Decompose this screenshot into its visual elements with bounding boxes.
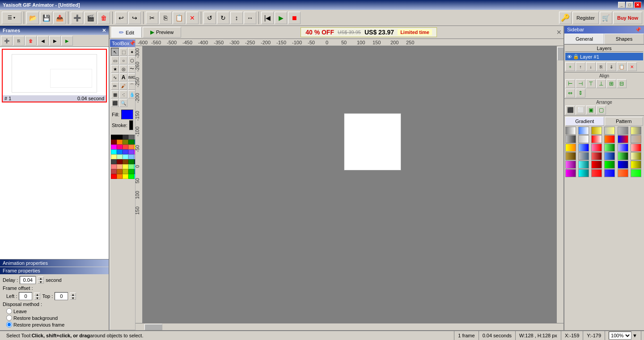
palette-cell[interactable] bbox=[128, 135, 134, 140]
tab-general[interactable]: General bbox=[564, 34, 604, 44]
palette-cell[interactable] bbox=[134, 169, 135, 174]
palette-cell[interactable] bbox=[128, 149, 134, 154]
play-button[interactable]: ▶ bbox=[275, 12, 287, 24]
palette-cell[interactable] bbox=[111, 159, 117, 164]
frame-props-header[interactable]: Frame properties bbox=[0, 267, 109, 274]
layer-copy-btn[interactable]: ⎘ bbox=[596, 62, 606, 71]
palette-cell[interactable] bbox=[134, 140, 135, 144]
buy-button[interactable]: Buy Now bbox=[613, 12, 642, 24]
layer-up-btn[interactable]: ↑ bbox=[576, 62, 585, 71]
send-back-btn[interactable]: ▢ bbox=[596, 106, 606, 115]
frame-wizard-button[interactable]: 🎬 bbox=[84, 12, 97, 24]
select-tool-btn[interactable]: ↖ bbox=[111, 48, 119, 56]
star-tool-btn[interactable]: ★ bbox=[111, 65, 119, 73]
move-frame-up-btn[interactable]: ◀ bbox=[37, 36, 49, 46]
bring-front-btn[interactable]: ⬛ bbox=[565, 106, 575, 115]
palette-cell[interactable] bbox=[128, 154, 134, 159]
drawing-canvas[interactable] bbox=[143, 46, 556, 323]
zoom-dropdown-icon[interactable]: ▼ bbox=[632, 333, 637, 338]
lasso-tool-btn[interactable]: ⬚ bbox=[119, 48, 127, 56]
gradient-cell[interactable] bbox=[565, 169, 576, 177]
layer-down-btn[interactable]: ↓ bbox=[586, 62, 596, 71]
palette-cell[interactable] bbox=[117, 169, 123, 174]
frame-item[interactable]: # 1 0.04 second bbox=[2, 49, 107, 102]
palette-cell[interactable] bbox=[134, 149, 135, 154]
distribute-h-btn[interactable]: ⇔ bbox=[565, 89, 575, 98]
gradient-cell[interactable] bbox=[631, 127, 641, 135]
freehand-tool-btn[interactable]: 〜 bbox=[128, 65, 136, 73]
open-button[interactable]: 📂 bbox=[26, 12, 39, 24]
layer-add-btn[interactable]: + bbox=[565, 62, 575, 71]
delay-input[interactable] bbox=[20, 276, 36, 284]
palette-cell[interactable] bbox=[123, 135, 128, 140]
gradient-cell[interactable] bbox=[591, 144, 602, 152]
edit-tab[interactable]: ✏ Edit bbox=[111, 27, 142, 38]
disposal-restore-prev-radio[interactable] bbox=[6, 322, 12, 327]
gradient-cell[interactable] bbox=[631, 161, 641, 169]
frame-start-button[interactable]: |◀ bbox=[261, 12, 274, 24]
palette-cell[interactable] bbox=[134, 159, 135, 164]
palette-cell[interactable] bbox=[123, 174, 128, 179]
new-dropdown[interactable]: ☰▼ bbox=[2, 12, 21, 24]
palette-cell[interactable] bbox=[128, 144, 134, 149]
gradient-cell[interactable] bbox=[578, 135, 589, 143]
gradient-cell[interactable] bbox=[604, 144, 615, 152]
toolbox-pin-icon[interactable]: 📌 bbox=[129, 40, 136, 46]
text-tool-btn[interactable]: A bbox=[119, 73, 127, 81]
send-backward-btn[interactable]: ▣ bbox=[586, 106, 596, 115]
minimize-button[interactable]: _ bbox=[618, 2, 625, 8]
gradient-cell[interactable] bbox=[604, 161, 615, 169]
gradient-cell[interactable] bbox=[591, 135, 602, 143]
gradient-cell[interactable] bbox=[565, 152, 576, 160]
maximize-button[interactable]: □ bbox=[626, 2, 633, 8]
gradient-cell[interactable] bbox=[591, 127, 602, 135]
palette-cell[interactable] bbox=[111, 154, 117, 159]
gradient-cell[interactable] bbox=[565, 135, 576, 143]
delay-down[interactable]: ▼ bbox=[38, 280, 44, 284]
left-up[interactable]: ▲ bbox=[34, 293, 40, 296]
palette-cell[interactable] bbox=[117, 149, 123, 154]
gradient-cell[interactable] bbox=[578, 144, 589, 152]
delete-frame-button[interactable]: 🗑 bbox=[97, 12, 110, 24]
gradient-cell[interactable] bbox=[604, 127, 615, 135]
move-frame-down-btn[interactable]: ▶ bbox=[49, 36, 61, 46]
palette-cell[interactable] bbox=[111, 140, 117, 144]
palette-cell[interactable] bbox=[117, 174, 123, 179]
palette-cell[interactable] bbox=[128, 140, 134, 144]
gradient-cell[interactable] bbox=[591, 169, 602, 177]
palette-cell[interactable] bbox=[117, 154, 123, 159]
palette-cell[interactable] bbox=[111, 169, 117, 174]
palette-cell[interactable] bbox=[128, 169, 134, 174]
stroke-color-swatch[interactable] bbox=[129, 120, 133, 130]
fill-color-swatch[interactable] bbox=[121, 110, 133, 119]
gradient-cell[interactable] bbox=[604, 135, 615, 143]
frames-close-icon[interactable]: ✕ bbox=[102, 28, 106, 34]
gradient-cell[interactable] bbox=[618, 135, 628, 143]
spray-tool-btn[interactable]: ·: bbox=[119, 90, 127, 98]
palette-cell[interactable] bbox=[111, 164, 117, 169]
palette-cell[interactable] bbox=[123, 159, 128, 164]
stop-button[interactable]: ⏹ bbox=[288, 12, 301, 24]
disposal-restore-bg-radio[interactable] bbox=[6, 315, 12, 321]
gradient-cell[interactable] bbox=[604, 152, 615, 160]
delay-up[interactable]: ▲ bbox=[38, 276, 44, 280]
palette-cell[interactable] bbox=[117, 144, 123, 149]
palette-cell[interactable] bbox=[128, 174, 134, 179]
palette-cell[interactable] bbox=[134, 144, 135, 149]
paint-all-btn[interactable]: ⬛ bbox=[111, 99, 119, 107]
left-input[interactable] bbox=[19, 292, 32, 300]
flip-v-button[interactable]: ↕ bbox=[230, 12, 243, 24]
polygon-tool-btn[interactable]: ⬡ bbox=[128, 56, 136, 64]
align-bottom-btn[interactable]: ⊟ bbox=[617, 79, 627, 88]
preview-tab[interactable]: ▶ Preview bbox=[143, 27, 181, 38]
align-top-btn[interactable]: ⊥ bbox=[596, 79, 606, 88]
palette-cell[interactable] bbox=[134, 164, 135, 169]
gradient-cell[interactable] bbox=[631, 144, 641, 152]
palette-cell[interactable] bbox=[123, 169, 128, 174]
undo-button[interactable]: ↩ bbox=[115, 12, 127, 24]
delete-button[interactable]: ✕ bbox=[186, 12, 199, 24]
delete-frame-tb-btn[interactable]: 🗑 bbox=[25, 36, 37, 46]
gradient-tab[interactable]: Gradient bbox=[565, 117, 604, 126]
layer-row[interactable]: 👁 🔒 Layer #1 bbox=[565, 53, 643, 60]
register-button[interactable]: Register bbox=[572, 12, 599, 24]
